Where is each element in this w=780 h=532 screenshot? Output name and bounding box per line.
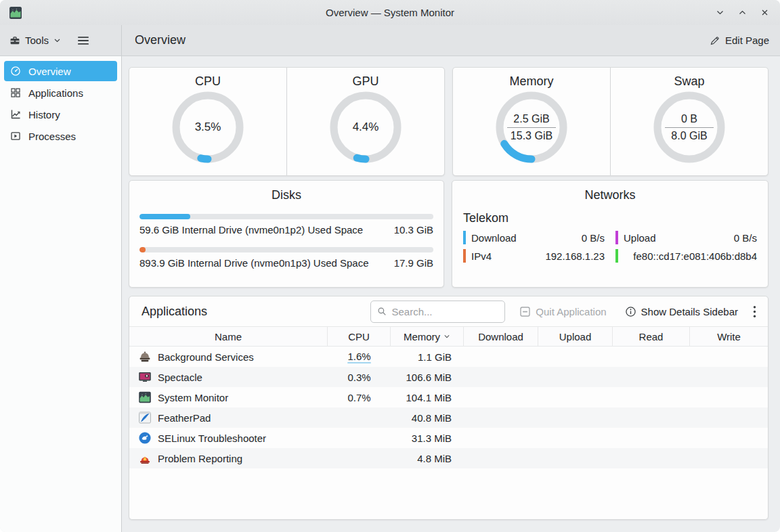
titlebar[interactable]: Overview — System Monitor [0, 0, 780, 25]
legend-color-bar [615, 231, 618, 244]
legend-color-bar [463, 249, 466, 263]
memory-gauge-pane: Memory 2.5 GiB 15.3 GiB [453, 68, 611, 175]
problem-reporting-icon [138, 451, 152, 465]
show-details-sidebar-button[interactable]: Show Details Sidebar [625, 306, 738, 317]
memory-value: 1.1 GiB [391, 347, 464, 367]
overflow-menu-button[interactable] [753, 305, 756, 318]
sidebar-item-overview[interactable]: Overview [4, 61, 117, 81]
column-header-download[interactable]: Download [464, 327, 538, 346]
column-header-read[interactable]: Read [613, 327, 690, 346]
app-name: FeatherPad [158, 412, 211, 424]
search-box[interactable] [370, 301, 505, 323]
minimize-button[interactable] [714, 7, 725, 18]
memory-used-value: 2.5 GiB [513, 113, 549, 125]
page-title: Overview [135, 33, 186, 47]
sidebar-item-history[interactable]: History [4, 104, 117, 125]
search-input[interactable] [391, 306, 498, 317]
column-header-memory[interactable]: Memory [391, 327, 464, 346]
edit-page-button[interactable]: Edit Page [710, 35, 769, 46]
column-header-upload[interactable]: Upload [538, 327, 613, 346]
disk-usage-fill [139, 214, 190, 219]
tools-label: Tools [25, 35, 49, 46]
show-details-sidebar-label: Show Details Sidebar [641, 306, 738, 317]
disk-usage-bar [139, 247, 433, 252]
column-header-name[interactable]: Name [129, 327, 328, 346]
system-monitor-icon [138, 391, 152, 404]
tools-menu-button[interactable]: Tools [9, 35, 61, 46]
legend-color-bar [615, 249, 618, 263]
main-content: CPU 3.5% GPU 4.4% [122, 56, 780, 532]
app-name: System Monitor [158, 392, 228, 403]
column-header-write[interactable]: Write [690, 327, 768, 346]
network-upload-stat: Upload 0 B/s [615, 231, 757, 244]
stat-label: Download [471, 232, 517, 244]
applications-title: Applications [142, 305, 370, 319]
memory-gauge: 2.5 GiB 15.3 GiB [495, 91, 568, 164]
network-ipv6-stat: fe80::cd17:e081:406b:d8b4 [615, 249, 757, 263]
memory-value: 4.8 MiB [391, 448, 464, 468]
networks-title: Networks [463, 188, 757, 202]
edit-page-label: Edit Page [725, 35, 769, 46]
table-row[interactable]: FeatherPad 40.8 MiB [129, 407, 768, 428]
cpu-value: 1.6% [347, 351, 370, 362]
table-body: Background Services 1.6% 1.1 GiB Spectac… [129, 347, 768, 468]
quit-application-icon [519, 306, 531, 317]
cpu-usage-underline [347, 362, 370, 363]
maximize-button[interactable] [737, 7, 748, 18]
table-row[interactable]: System Monitor 0.7% 104.1 MiB [129, 387, 768, 407]
cpu-gauge: 3.5% [171, 91, 244, 164]
gpu-usage-value: 4.4% [353, 120, 379, 134]
memory-total-value: 15.3 GiB [511, 130, 552, 142]
applications-card: Applications Quit Application Show Detai… [129, 296, 768, 520]
disks-title: Disks [139, 188, 433, 202]
table-row[interactable]: SELinux Troubleshooter 31.3 MiB [129, 428, 768, 448]
stat-value: 0 B/s [582, 232, 605, 244]
cpu-value: 0.7% [347, 392, 370, 403]
kebab-icon [753, 305, 756, 318]
quit-application-button[interactable]: Quit Application [519, 306, 606, 317]
disk-usage-bar [139, 214, 433, 219]
cpu-value: 0.3% [347, 372, 370, 383]
toolbox-icon [9, 35, 20, 46]
featherpad-icon [138, 411, 152, 424]
quit-application-label: Quit Application [536, 306, 606, 317]
app-name: Problem Reporting [158, 453, 242, 464]
stat-label: IPv4 [471, 250, 492, 262]
background-services-icon [138, 350, 152, 363]
table-header: Name CPU Memory Download Upload Read Wri… [129, 326, 768, 347]
cpu-usage-value: 3.5% [195, 120, 221, 134]
system-monitor-window: Overview — System Monitor Tools Overview… [0, 0, 780, 532]
column-header-cpu[interactable]: CPU [328, 327, 391, 346]
sidebar-item-label: Overview [28, 66, 71, 77]
sidebar-item-label: History [28, 109, 60, 120]
history-chart-icon [10, 109, 21, 120]
memory-swap-card: Memory 2.5 GiB 15.3 GiB Swap [452, 67, 768, 176]
stat-label: Upload [624, 232, 656, 244]
sidebar-item-applications[interactable]: Applications [4, 83, 117, 103]
disks-card: Disks 59.6 GiB Internal Drive (nvme0n1p2… [129, 180, 444, 288]
close-button[interactable] [759, 7, 770, 18]
table-row[interactable]: Spectacle 0.3% 106.6 MiB [129, 367, 768, 387]
sort-descending-icon [443, 333, 450, 340]
sidebar-item-processes[interactable]: Processes [4, 126, 117, 146]
swap-total-value: 8.0 GiB [671, 130, 707, 142]
hamburger-menu-button[interactable] [77, 36, 89, 45]
gauge-icon [10, 66, 21, 76]
gpu-gauge: 4.4% [329, 91, 402, 164]
memory-value: 31.3 MiB [391, 428, 464, 448]
table-row[interactable]: Background Services 1.6% 1.1 GiB [129, 347, 768, 367]
cpu-title: CPU [195, 74, 221, 89]
network-ipv4-stat: IPv4 192.168.1.23 [463, 249, 605, 263]
table-row[interactable]: Problem Reporting 4.8 MiB [129, 448, 768, 468]
disk-label: 893.9 GiB Internal Drive (nvme0n1p3) Use… [139, 257, 369, 269]
disk-used-value: 10.3 GiB [394, 224, 433, 236]
gpu-title: GPU [352, 74, 378, 89]
memory-title: Memory [509, 74, 553, 89]
disk-used-value: 17.9 GiB [394, 257, 433, 269]
processes-icon [10, 131, 21, 141]
stat-value: fe80::cd17:e081:406b:d8b4 [633, 250, 757, 262]
networks-card: Networks Telekom Download 0 B/s Upload 0… [452, 180, 768, 288]
stat-value: 192.168.1.23 [545, 250, 605, 262]
search-icon [377, 306, 387, 317]
legend-color-bar [463, 231, 466, 244]
